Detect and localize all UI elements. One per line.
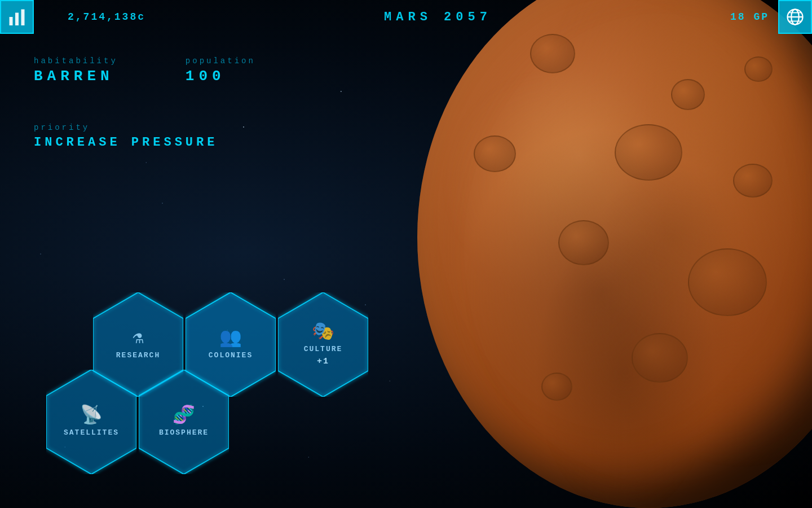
population-value: 100 [186,68,255,85]
globe-button[interactable] [778,0,812,34]
top-left-area: 2,714,138c [0,0,145,34]
svg-rect-1 [15,13,19,26]
crater [615,124,682,181]
gp-display: 18 GP [730,11,769,23]
biosphere-content: 🧬 BIOSPHERE [159,407,209,437]
flask-icon: ⚗ [133,330,143,348]
crater [474,135,516,172]
priority-label: priority [34,123,255,132]
population-block: population 100 [186,56,255,85]
satellites-label: SATELLITES [64,428,119,437]
culture-hex[interactable]: 🎭 CULTURE +1 [278,292,368,397]
habitability-value: BARREN [34,68,118,85]
research-content: ⚗ RESEARCH [116,330,160,360]
habitability-label: habitability [34,56,118,65]
hex-grid: ⚗ RESEARCH 👥 COLONIES [45,292,369,474]
satellites-content: 📡 SATELLITES [64,407,119,437]
game-title: MARS 2057 [384,10,492,24]
currency-display: 2,714,138c [68,11,145,23]
dna-icon: 🧬 [173,407,195,425]
stats-button[interactable] [0,0,34,34]
crater [530,34,575,73]
satellites-hex[interactable]: 📡 SATELLITES [46,370,136,474]
crater [671,79,705,110]
culture-label: CULTURE [304,345,343,353]
biosphere-label: BIOSPHERE [159,428,209,437]
satellite-icon: 📡 [80,407,103,425]
priority-value: INCREASE PRESSURE [34,135,255,150]
svg-rect-0 [10,17,13,25]
crater [558,220,609,265]
culture-badge: +1 [317,357,329,366]
title-area: MARS 2057 [384,10,492,24]
top-right-area: 18 GP [730,0,812,34]
globe-icon [785,7,805,27]
crater [541,373,572,401]
biosphere-hex[interactable]: 🧬 BIOSPHERE [139,370,229,474]
priority-block: priority INCREASE PRESSURE [34,123,255,150]
crater [733,164,773,198]
research-label: RESEARCH [116,351,160,360]
crater [632,333,688,383]
crater [688,248,767,316]
colonies-content: 👥 COLONIES [209,330,253,360]
masks-icon: 🎭 [312,323,334,341]
stats-icon [7,7,27,27]
svg-rect-2 [21,10,25,26]
colonies-label: COLONIES [209,351,253,360]
top-bar: 2,714,138c MARS 2057 18 GP [0,0,812,34]
crater [744,56,773,82]
culture-content: 🎭 CULTURE +1 [304,323,343,366]
habitability-block: habitability BARREN [34,56,118,85]
info-panel: habitability BARREN population 100 prior… [34,56,255,150]
stats-row: habitability BARREN population 100 [34,56,255,100]
people-icon: 👥 [219,330,242,348]
population-label: population [186,56,255,65]
